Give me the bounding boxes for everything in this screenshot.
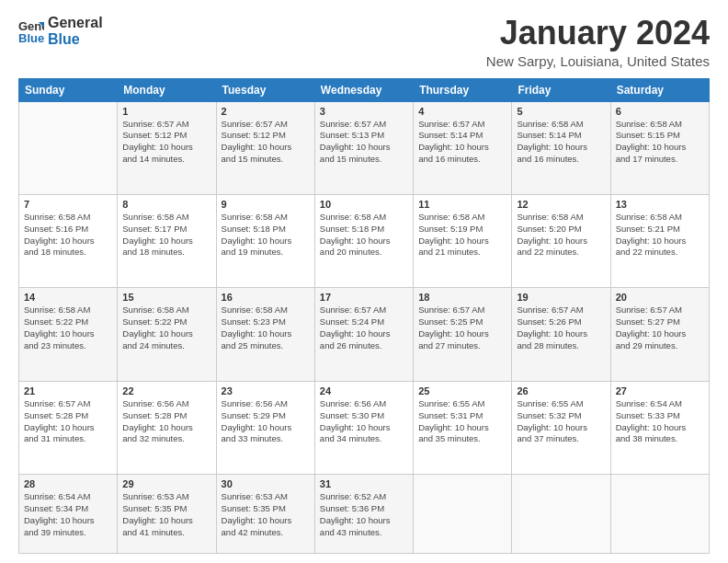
day-info: Sunrise: 6:58 AM Sunset: 5:22 PM Dayligh… [122, 304, 210, 351]
calendar-cell: 31Sunrise: 6:52 AM Sunset: 5:36 PM Dayli… [314, 475, 413, 554]
day-info: Sunrise: 6:58 AM Sunset: 5:21 PM Dayligh… [616, 212, 704, 259]
calendar-cell: 30Sunrise: 6:53 AM Sunset: 5:35 PM Dayli… [216, 475, 314, 554]
calendar-week-row: 14Sunrise: 6:58 AM Sunset: 5:22 PM Dayli… [19, 288, 710, 381]
calendar-cell: 7Sunrise: 6:58 AM Sunset: 5:16 PM Daylig… [19, 195, 118, 288]
calendar-cell: 10Sunrise: 6:58 AM Sunset: 5:18 PM Dayli… [314, 195, 413, 288]
day-info: Sunrise: 6:58 AM Sunset: 5:20 PM Dayligh… [517, 212, 605, 259]
calendar-cell: 14Sunrise: 6:58 AM Sunset: 5:22 PM Dayli… [19, 288, 118, 381]
day-info: Sunrise: 6:53 AM Sunset: 5:35 PM Dayligh… [122, 491, 210, 538]
day-info: Sunrise: 6:58 AM Sunset: 5:15 PM Dayligh… [616, 119, 704, 166]
day-info: Sunrise: 6:58 AM Sunset: 5:18 PM Dayligh… [222, 212, 310, 259]
day-number: 30 [222, 478, 310, 489]
weekday-header: Sunday [19, 78, 118, 101]
weekday-header: Saturday [610, 78, 709, 101]
calendar-cell: 12Sunrise: 6:58 AM Sunset: 5:20 PM Dayli… [512, 195, 610, 288]
calendar-cell: 11Sunrise: 6:58 AM Sunset: 5:19 PM Dayli… [414, 195, 512, 288]
calendar-cell: 17Sunrise: 6:57 AM Sunset: 5:24 PM Dayli… [314, 288, 413, 381]
calendar-cell [414, 475, 512, 554]
calendar-cell: 5Sunrise: 6:58 AM Sunset: 5:14 PM Daylig… [512, 101, 610, 194]
day-info: Sunrise: 6:55 AM Sunset: 5:31 PM Dayligh… [418, 398, 506, 445]
day-info: Sunrise: 6:57 AM Sunset: 5:13 PM Dayligh… [320, 119, 408, 166]
calendar-cell: 18Sunrise: 6:57 AM Sunset: 5:25 PM Dayli… [414, 288, 512, 381]
day-number: 21 [24, 385, 112, 396]
calendar-cell: 13Sunrise: 6:58 AM Sunset: 5:21 PM Dayli… [610, 195, 709, 288]
day-number: 4 [418, 106, 506, 117]
calendar-cell: 27Sunrise: 6:54 AM Sunset: 5:33 PM Dayli… [610, 381, 709, 474]
day-number: 25 [418, 385, 506, 396]
day-info: Sunrise: 6:55 AM Sunset: 5:32 PM Dayligh… [517, 398, 605, 445]
day-number: 20 [616, 292, 704, 303]
day-info: Sunrise: 6:58 AM Sunset: 5:22 PM Dayligh… [24, 304, 112, 351]
calendar-week-row: 21Sunrise: 6:57 AM Sunset: 5:28 PM Dayli… [19, 381, 710, 474]
calendar-cell: 21Sunrise: 6:57 AM Sunset: 5:28 PM Dayli… [19, 381, 118, 474]
day-number: 14 [24, 292, 112, 303]
day-info: Sunrise: 6:58 AM Sunset: 5:16 PM Dayligh… [24, 212, 112, 259]
calendar-body: 1Sunrise: 6:57 AM Sunset: 5:12 PM Daylig… [19, 101, 710, 553]
calendar-cell: 8Sunrise: 6:58 AM Sunset: 5:17 PM Daylig… [118, 195, 216, 288]
calendar-cell: 16Sunrise: 6:58 AM Sunset: 5:23 PM Dayli… [216, 288, 314, 381]
location: New Sarpy, Louisiana, United States [486, 53, 710, 69]
calendar-cell: 1Sunrise: 6:57 AM Sunset: 5:12 PM Daylig… [118, 101, 216, 194]
calendar-cell [610, 475, 709, 554]
calendar-cell [19, 101, 118, 194]
day-info: Sunrise: 6:58 AM Sunset: 5:23 PM Dayligh… [222, 304, 310, 351]
logo: General Blue General Blue [18, 15, 103, 47]
day-number: 11 [418, 199, 506, 210]
calendar-cell: 4Sunrise: 6:57 AM Sunset: 5:14 PM Daylig… [414, 101, 512, 194]
day-info: Sunrise: 6:56 AM Sunset: 5:30 PM Dayligh… [320, 398, 408, 445]
weekday-header: Monday [118, 78, 216, 101]
day-info: Sunrise: 6:57 AM Sunset: 5:28 PM Dayligh… [24, 398, 112, 445]
day-number: 19 [517, 292, 605, 303]
header: General Blue General Blue January 2024 N… [18, 15, 710, 69]
calendar-cell [512, 475, 610, 554]
day-info: Sunrise: 6:57 AM Sunset: 5:14 PM Dayligh… [418, 119, 506, 166]
day-number: 1 [122, 106, 210, 117]
day-number: 28 [24, 478, 112, 489]
logo-line2: Blue [48, 31, 103, 48]
svg-text:Blue: Blue [18, 31, 44, 44]
day-number: 13 [616, 199, 704, 210]
day-number: 10 [320, 199, 408, 210]
day-info: Sunrise: 6:56 AM Sunset: 5:28 PM Dayligh… [122, 398, 210, 445]
day-info: Sunrise: 6:58 AM Sunset: 5:17 PM Dayligh… [122, 212, 210, 259]
logo-line1: General [48, 15, 103, 31]
day-number: 5 [517, 106, 605, 117]
day-number: 12 [517, 199, 605, 210]
logo-icon: General Blue [18, 18, 44, 44]
day-number: 8 [122, 199, 210, 210]
calendar-week-row: 28Sunrise: 6:54 AM Sunset: 5:34 PM Dayli… [19, 475, 710, 554]
day-info: Sunrise: 6:54 AM Sunset: 5:34 PM Dayligh… [24, 491, 112, 538]
day-info: Sunrise: 6:56 AM Sunset: 5:29 PM Dayligh… [222, 398, 310, 445]
day-number: 24 [320, 385, 408, 396]
day-number: 9 [222, 199, 310, 210]
calendar-cell: 26Sunrise: 6:55 AM Sunset: 5:32 PM Dayli… [512, 381, 610, 474]
day-number: 3 [320, 106, 408, 117]
day-number: 7 [24, 199, 112, 210]
day-number: 15 [122, 292, 210, 303]
calendar-cell: 25Sunrise: 6:55 AM Sunset: 5:31 PM Dayli… [414, 381, 512, 474]
day-number: 2 [222, 106, 310, 117]
page: General Blue General Blue January 2024 N… [0, 0, 728, 563]
weekday-header: Tuesday [216, 78, 314, 101]
day-info: Sunrise: 6:53 AM Sunset: 5:35 PM Dayligh… [222, 491, 310, 538]
calendar-cell: 24Sunrise: 6:56 AM Sunset: 5:30 PM Dayli… [314, 381, 413, 474]
calendar-week-row: 1Sunrise: 6:57 AM Sunset: 5:12 PM Daylig… [19, 101, 710, 194]
day-info: Sunrise: 6:58 AM Sunset: 5:18 PM Dayligh… [320, 212, 408, 259]
day-number: 16 [222, 292, 310, 303]
day-number: 23 [222, 385, 310, 396]
calendar-cell: 28Sunrise: 6:54 AM Sunset: 5:34 PM Dayli… [19, 475, 118, 554]
day-number: 29 [122, 478, 210, 489]
day-info: Sunrise: 6:57 AM Sunset: 5:12 PM Dayligh… [222, 119, 310, 166]
weekday-header: Wednesday [314, 78, 413, 101]
day-info: Sunrise: 6:57 AM Sunset: 5:12 PM Dayligh… [122, 119, 210, 166]
calendar-cell: 6Sunrise: 6:58 AM Sunset: 5:15 PM Daylig… [610, 101, 709, 194]
day-number: 26 [517, 385, 605, 396]
day-info: Sunrise: 6:58 AM Sunset: 5:14 PM Dayligh… [517, 119, 605, 166]
day-number: 27 [616, 385, 704, 396]
day-info: Sunrise: 6:58 AM Sunset: 5:19 PM Dayligh… [418, 212, 506, 259]
day-info: Sunrise: 6:57 AM Sunset: 5:26 PM Dayligh… [517, 304, 605, 351]
day-number: 6 [616, 106, 704, 117]
calendar-table: SundayMondayTuesdayWednesdayThursdayFrid… [18, 78, 710, 554]
day-info: Sunrise: 6:57 AM Sunset: 5:25 PM Dayligh… [418, 304, 506, 351]
month-title: January 2024 [486, 15, 710, 52]
